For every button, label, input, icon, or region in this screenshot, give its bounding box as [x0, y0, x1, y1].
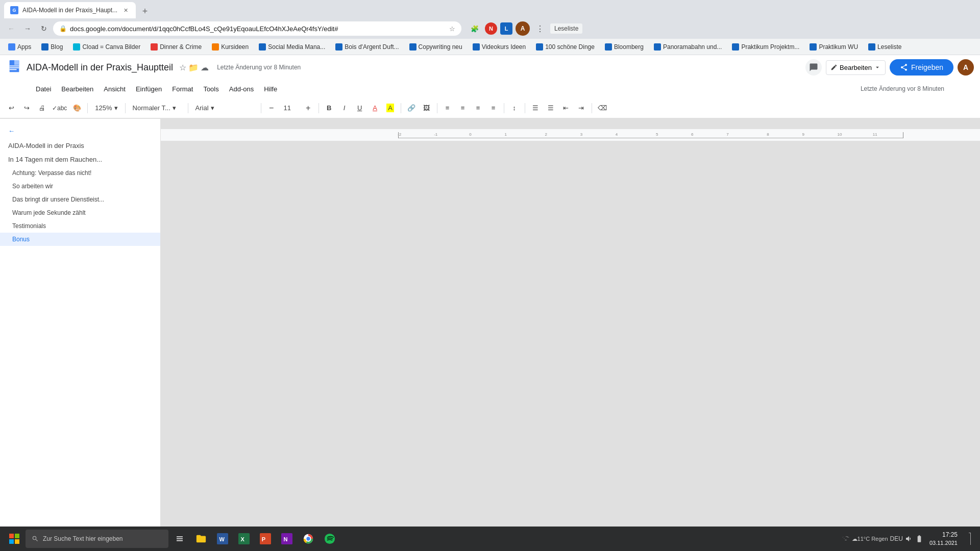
bookmark-apps[interactable]: Apps	[4, 41, 35, 53]
line-spacing-button[interactable]: ↕	[507, 101, 522, 115]
undo-button[interactable]: ↩	[4, 101, 18, 115]
page-area[interactable]: -2 -1 0 1 2 3 4 5 6 7	[161, 119, 980, 527]
sidebar-item-soarbeiten[interactable]: So arbeiten wir	[0, 180, 160, 193]
sidebar-item-dasbringt[interactable]: Das bringt dir unsere Dienstleist...	[0, 193, 160, 206]
network-icon[interactable]	[842, 535, 850, 543]
underline-button[interactable]: U	[353, 101, 367, 115]
align-left-button[interactable]: ≡	[440, 101, 455, 115]
bookmark-canva[interactable]: Cload = Canva Bilder	[69, 41, 144, 53]
sidebar-item-warum[interactable]: Warum jede Sekunde zählt	[0, 206, 160, 219]
bookmark-copywriting[interactable]: Copywriting neu	[405, 41, 467, 53]
unordered-list-button[interactable]: ☰	[528, 101, 543, 115]
sidebar-item-14tage[interactable]: In 14 Tagen mit dem Rauchen...	[0, 153, 160, 166]
address-bar[interactable]: 🔒 docs.google.com/document/d/1qqc0hCcfBL…	[53, 21, 461, 36]
taskbar-spotify[interactable]	[320, 529, 340, 549]
menu-tools[interactable]: Tools	[198, 82, 224, 96]
bookmark-praktikum1[interactable]: Praktikum Projektm...	[728, 41, 803, 53]
highlight-button[interactable]: A	[383, 101, 398, 115]
bookmark-kursideen[interactable]: Kursideen	[208, 41, 253, 53]
taskbar-chrome[interactable]	[298, 529, 318, 549]
comments-icon[interactable]	[805, 59, 822, 76]
svg-rect-6	[15, 534, 19, 538]
menu-format[interactable]: Format	[167, 82, 198, 96]
menu-ansicht[interactable]: Ansicht	[99, 82, 131, 96]
italic-button[interactable]: I	[337, 101, 352, 115]
leseliste-button[interactable]: Leseliste	[550, 23, 582, 34]
chrome-profile[interactable]: A	[516, 21, 530, 36]
paint-format-button[interactable]: 🎨	[70, 101, 84, 115]
bookmark-100dinge[interactable]: 100 schöne Dinge	[532, 41, 599, 53]
sidebar-item-bonus[interactable]: Bonus	[0, 233, 160, 246]
font-select[interactable]: Arial ▾	[191, 101, 258, 115]
sidebar-back-button[interactable]: ←	[0, 123, 160, 139]
bold-button[interactable]: B	[322, 101, 336, 115]
chrome-menu-button[interactable]: ⋮	[533, 21, 547, 36]
bookmark-blog[interactable]: Blog	[37, 41, 67, 53]
print-button[interactable]: 🖨	[35, 101, 49, 115]
reload-button[interactable]: ↻	[37, 21, 51, 36]
bookmark-praktikum2[interactable]: Praktikum WU	[805, 41, 862, 53]
redo-button[interactable]: ↪	[19, 101, 34, 115]
decrease-indent-button[interactable]: ⇤	[559, 101, 573, 115]
star-icon[interactable]: ☆	[179, 63, 186, 72]
font-size-increase[interactable]: +	[301, 101, 315, 115]
taskbar-word[interactable]: W	[212, 529, 233, 549]
svg-rect-7	[9, 539, 14, 544]
menu-addons[interactable]: Add-ons	[224, 82, 259, 96]
apps-icon	[8, 43, 15, 51]
font-size-select[interactable]: 11	[280, 101, 300, 115]
taskbar-search[interactable]: Zur Suche Text hier eingeben	[26, 530, 168, 548]
bookmark-videokurs[interactable]: Videokurs Ideen	[469, 41, 530, 53]
bookmark-socialmedia[interactable]: Social Media Mana...	[255, 41, 329, 53]
bookmark-dinner[interactable]: Dinner & Crime	[146, 41, 206, 53]
show-desktop-button[interactable]	[964, 530, 976, 548]
menu-bearbeiten[interactable]: Bearbeiten	[56, 82, 99, 96]
svg-point-18	[306, 537, 310, 540]
tab-close-button[interactable]: ✕	[121, 6, 130, 14]
style-select[interactable]: Normaler T... ▾	[129, 101, 185, 115]
taskbar-clock[interactable]: 17:25 03.11.2021	[925, 531, 962, 547]
cloud-save-icon[interactable]: ☁	[201, 63, 209, 72]
menu-hilfe[interactable]: Hilfe	[259, 82, 282, 96]
back-button[interactable]: ←	[4, 21, 18, 36]
bookmark-bois[interactable]: Bois d'Argent Duft...	[331, 41, 403, 53]
image-button[interactable]: 🖼	[420, 101, 434, 115]
taskbar-powerpoint[interactable]: P	[255, 529, 276, 549]
extensions-button[interactable]: 🧩	[468, 21, 482, 36]
zoom-select[interactable]: 125% ▾	[91, 101, 121, 115]
justify-button[interactable]: ≡	[486, 101, 501, 115]
clear-formatting-button[interactable]: ⌫	[595, 101, 609, 115]
new-tab-button[interactable]: +	[138, 4, 152, 18]
link-button[interactable]: 🔗	[404, 101, 419, 115]
menu-einfuegen[interactable]: Einfügen	[131, 82, 167, 96]
increase-indent-button[interactable]: ⇥	[574, 101, 589, 115]
bookmark-star-icon[interactable]: ☆	[449, 25, 455, 33]
align-right-button[interactable]: ≡	[471, 101, 485, 115]
taskbar-onenote[interactable]: N	[277, 529, 297, 549]
ordered-list-button[interactable]: ☰	[544, 101, 558, 115]
taskbar-taskview[interactable]	[169, 529, 190, 549]
color-button[interactable]: A	[368, 101, 382, 115]
edit-mode-button[interactable]: Bearbeiten	[826, 60, 886, 75]
bookmark-bloomberg[interactable]: Bloomberg	[601, 41, 648, 53]
align-center-button[interactable]: ≡	[456, 101, 470, 115]
sidebar-item-main-title[interactable]: AIDA-Modell in der Praxis	[0, 139, 160, 153]
bookmark-leseliste[interactable]: Leseliste	[864, 41, 905, 53]
spellcheck-button[interactable]: ✓abc	[50, 101, 69, 115]
bookmark-panorama[interactable]: Panoramabahn und...	[650, 41, 726, 53]
browser-tab[interactable]: G AIDA-Modell in der Praxis_Haupt... ✕	[4, 2, 136, 18]
share-button[interactable]: Freigeben	[890, 59, 953, 76]
volume-icon[interactable]	[905, 535, 913, 543]
menu-datei[interactable]: Datei	[31, 82, 56, 96]
taskbar-excel[interactable]: X	[234, 529, 254, 549]
toolbar: ↩ ↪ 🖨 ✓abc 🎨 125% ▾ Normaler T... ▾ Aria…	[0, 98, 980, 118]
forward-button[interactable]: →	[20, 21, 35, 36]
font-size-decrease[interactable]: −	[264, 101, 279, 115]
taskbar-explorer[interactable]	[191, 529, 211, 549]
user-avatar[interactable]: A	[958, 59, 974, 76]
sidebar-item-testimonials[interactable]: Testimonials	[0, 219, 160, 233]
start-button[interactable]	[4, 529, 24, 549]
sidebar-item-achtung[interactable]: Achtung: Verpasse das nicht!	[0, 166, 160, 180]
move-icon[interactable]: 📁	[188, 63, 199, 72]
document-title[interactable]: AIDA-Modell in der Praxis_Hauptteil	[27, 62, 173, 73]
